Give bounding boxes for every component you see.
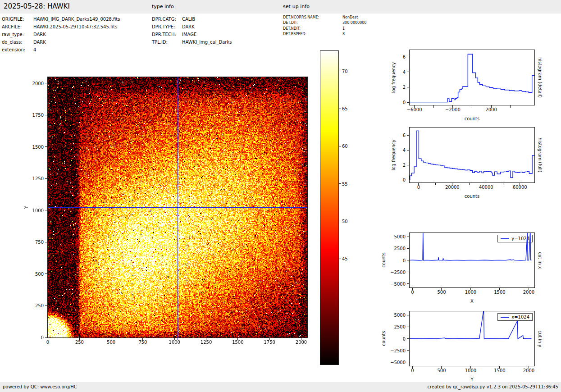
- colorbar: 706560555045: [320, 50, 339, 365]
- y-tick: [407, 272, 409, 272]
- info-label: do_class:: [2, 38, 33, 46]
- colorbar-tick-label: 45: [342, 256, 348, 261]
- y-tick-label: 1500: [32, 144, 44, 149]
- y-tick-label: 500: [35, 271, 44, 276]
- x-tick-label: 1000: [465, 368, 476, 373]
- x-tick-label: 60000: [513, 185, 527, 190]
- cut-y-xlabel: Y: [410, 377, 534, 382]
- x-tick-label: −6000: [407, 107, 422, 112]
- x-tick-label: 0: [411, 368, 414, 373]
- x-tick-label: 0: [411, 290, 414, 295]
- setup-info-heading: set-up info: [283, 4, 310, 9]
- info-row: DET.RSPEED:8: [283, 32, 366, 37]
- info-row: raw_type:DARK: [2, 31, 120, 38]
- y-tick-label: 1000: [32, 208, 44, 213]
- y-tick-label: 0: [403, 258, 406, 263]
- colorbar-tick: [339, 146, 341, 146]
- x-tick-label: 500: [437, 368, 446, 373]
- y-tick: [407, 180, 409, 180]
- header-bar: [0, 0, 561, 14]
- y-tick: [45, 115, 47, 115]
- hist-full-right-label: histogram (full): [538, 137, 543, 172]
- y-tick-label: 2000: [32, 81, 44, 86]
- y-tick-label: 1250: [32, 176, 44, 181]
- info-value: DARK: [33, 38, 46, 46]
- y-tick-label: 5000: [394, 313, 406, 318]
- y-tick-label: 2500: [394, 246, 406, 251]
- info-row: DPR.TYPE:DARK: [152, 23, 232, 31]
- info-value: HAWKI_IMG_DARK_Darks149_0028.fits: [33, 15, 120, 23]
- data-line-series: [410, 311, 534, 366]
- footer-created-by: created by qc_rawdisp.py v1.2.3 on 2025-…: [427, 384, 558, 389]
- x-tick-label: −2000: [445, 107, 461, 112]
- x-tick-label: 2000: [523, 290, 534, 295]
- cut-x-ylabel: counts: [381, 252, 386, 267]
- cut-in-y-plot: Y counts cut in y x=1024 050010001500200…: [409, 311, 535, 366]
- x-tick-label: 1250: [201, 340, 212, 345]
- detector-image-axes: X Y 025050075010001250150017502000025050…: [47, 77, 308, 338]
- x-tick-label: 2000: [523, 368, 534, 373]
- x-tick-label: 20000: [445, 185, 460, 190]
- y-tick: [45, 210, 47, 210]
- crosshair-horizontal-line: [48, 207, 307, 208]
- y-tick: [45, 83, 47, 83]
- info-label: extension:: [2, 46, 33, 54]
- y-tick: [45, 146, 47, 147]
- y-tick-label: 2500: [394, 324, 406, 329]
- setup-info-block: DET.NCORRS.NAME:NonDestDET.DIT:300.00000…: [283, 15, 366, 37]
- x-tick-label: 2000: [296, 340, 307, 345]
- info-value: 4: [33, 46, 36, 54]
- x-tick: [510, 105, 511, 108]
- info-row: TPL.ID:HAWKI_img_cal_Darks: [152, 38, 232, 46]
- info-label: DET.DIT:: [283, 20, 342, 26]
- info-row: ORIGFILE:HAWKI_IMG_DARK_Darks149_0028.fi…: [2, 15, 120, 23]
- hist-detail-right-label: histogram (detail): [538, 57, 543, 98]
- hist-detail-xlabel: counts: [410, 116, 534, 121]
- y-tick: [407, 350, 409, 351]
- y-tick: [45, 305, 47, 306]
- y-tick-label: 0: [403, 178, 406, 182]
- y-tick: [45, 337, 47, 338]
- info-value: 300.0000000: [342, 20, 366, 26]
- y-tick-label: 2: [403, 163, 406, 168]
- y-tick-label: 4: [403, 69, 406, 74]
- y-tick-label: 5000: [394, 234, 406, 239]
- y-tick: [407, 315, 409, 315]
- x-tick-label: 2000: [485, 107, 497, 112]
- cut-y-right-label: cut in y: [538, 330, 543, 347]
- x-tick-label: 40000: [479, 185, 493, 190]
- y-tick: [407, 135, 409, 136]
- info-row: DPR.CATG:CALIB: [152, 15, 232, 23]
- data-line-series: [410, 50, 534, 105]
- cut-x-right-label: cut in x: [538, 252, 543, 269]
- y-tick-label: −5000: [390, 360, 406, 365]
- x-tick-label: 500: [437, 290, 446, 295]
- x-tick: [503, 183, 503, 185]
- y-tick-label: 2: [403, 85, 406, 90]
- info-value: 1: [342, 26, 345, 32]
- hist-full-ylabel: log frequency: [391, 140, 396, 171]
- x-tick-label: 250: [75, 340, 84, 345]
- y-tick: [407, 72, 409, 72]
- info-label: DPR.CATG:: [152, 15, 182, 23]
- colorbar-tick: [339, 221, 341, 221]
- y-tick: [45, 273, 47, 274]
- x-tick-label: 1500: [494, 368, 505, 373]
- info-row: ARCFILE:HAWKI.2025-05-29T10:47:32.545.fi…: [2, 23, 120, 31]
- y-tick-label: −2500: [390, 348, 406, 353]
- y-tick-label: 6: [403, 133, 406, 138]
- x-tick-label: 1000: [169, 340, 180, 345]
- info-value: DARK: [33, 31, 46, 38]
- cut-x-xlabel: X: [410, 299, 534, 304]
- y-tick: [407, 165, 409, 165]
- info-label: raw_type:: [2, 31, 33, 38]
- x-tick-label: 0: [46, 340, 49, 345]
- y-tick: [407, 327, 409, 327]
- histogram-detail-plot: counts log frequency histogram (detail) …: [409, 50, 535, 105]
- colorbar-tick: [339, 183, 341, 184]
- y-tick: [45, 242, 47, 242]
- info-value: DARK: [182, 23, 195, 31]
- colorbar-tick-label: 55: [342, 181, 348, 186]
- info-value: HAWKI_img_cal_Darks: [182, 38, 232, 46]
- colorbar-tick-label: 60: [342, 144, 348, 149]
